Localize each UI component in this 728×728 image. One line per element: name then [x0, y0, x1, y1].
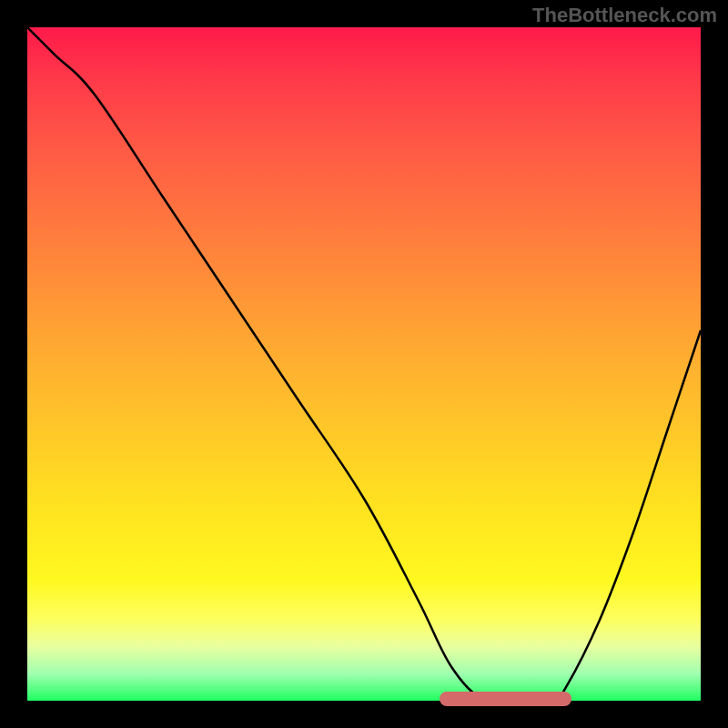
- chart-plot-area: [27, 27, 701, 701]
- bottleneck-curve: [27, 27, 701, 701]
- watermark-text: TheBottleneck.com: [532, 4, 717, 27]
- optimal-range-marker: [440, 692, 571, 706]
